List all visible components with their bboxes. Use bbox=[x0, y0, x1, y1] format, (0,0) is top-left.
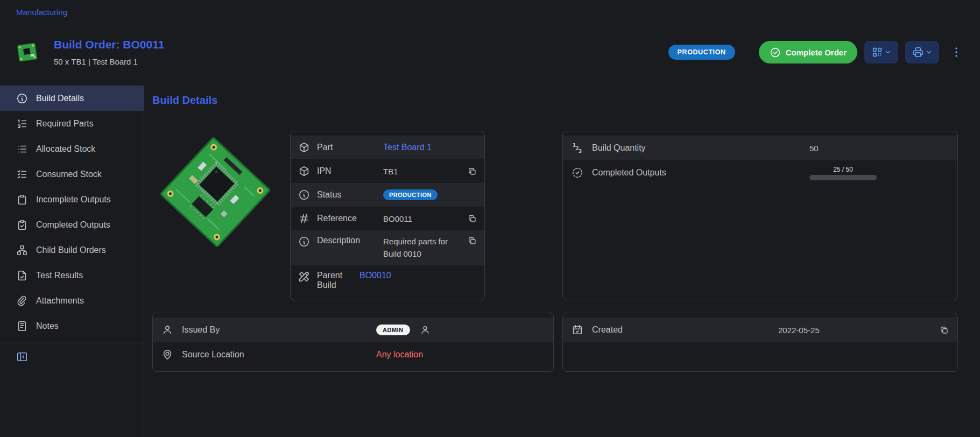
build-details-panel: Part Test Board 1 IPN bbox=[290, 131, 485, 300]
numbers-123-icon: 1 2 3 bbox=[572, 142, 583, 154]
page-subtitle: 50 x TB1 | Test Board 1 bbox=[54, 57, 164, 66]
sidebar-item-required-parts[interactable]: Required Parts bbox=[0, 111, 144, 136]
pcb-thumbnail-image bbox=[15, 40, 40, 65]
list-numbers-icon bbox=[16, 118, 28, 130]
page-section-heading: Build Details bbox=[152, 94, 958, 107]
dots-vertical-icon bbox=[950, 46, 963, 59]
sidebar-item-label: Notes bbox=[36, 321, 59, 331]
quantity-label: Completed Outputs bbox=[592, 168, 801, 178]
list-check-icon bbox=[16, 168, 28, 180]
breadcrumb-manufacturing-link[interactable]: Manufacturing bbox=[16, 8, 67, 17]
barcode-actions-button[interactable] bbox=[864, 41, 898, 64]
status-badge: PRODUCTION bbox=[383, 189, 438, 200]
complete-order-button[interactable]: Complete Order bbox=[759, 41, 857, 64]
copy-button[interactable] bbox=[467, 236, 477, 245]
pcb-image bbox=[152, 131, 279, 253]
user-icon bbox=[161, 324, 173, 336]
notes-icon bbox=[16, 320, 28, 332]
title-block: Build Order: BO0011 50 x TB1 | Test Boar… bbox=[54, 38, 164, 66]
sidebar-item-build-details[interactable]: Build Details bbox=[0, 86, 144, 111]
created-label: Created bbox=[592, 325, 770, 335]
sidebar-item-incomplete-outputs[interactable]: Incomplete Outputs bbox=[0, 187, 144, 212]
sidebar-item-label: Test Results bbox=[36, 271, 83, 280]
sidebar-item-completed-outputs[interactable]: Completed Outputs bbox=[0, 212, 144, 237]
sidebar-item-notes[interactable]: Notes bbox=[0, 313, 144, 339]
paperclip-icon bbox=[16, 295, 28, 307]
source-location-label: Source Location bbox=[182, 350, 368, 360]
info-circle-icon bbox=[298, 236, 310, 248]
detail-value: TB1 bbox=[383, 167, 398, 176]
quantity-label: Build Quantity bbox=[592, 143, 801, 153]
sidebar-collapse-button[interactable] bbox=[0, 343, 28, 363]
sidebar-item-allocated-stock[interactable]: Allocated Stock bbox=[0, 136, 144, 161]
detail-value: BO0011 bbox=[383, 214, 412, 223]
sidebar-item-label: Completed Outputs bbox=[36, 220, 110, 230]
breadcrumb: Manufacturing bbox=[0, 0, 980, 24]
issued-panel: Issued By ADMIN bbox=[152, 313, 554, 372]
sitemap-icon bbox=[16, 244, 28, 256]
detail-row-ipn: IPN TB1 bbox=[291, 159, 484, 183]
sidebar-item-test-results[interactable]: Test Results bbox=[0, 263, 144, 288]
qrcode-icon bbox=[871, 46, 883, 58]
sidebar-item-label: Child Build Orders bbox=[36, 245, 106, 255]
info-circle-icon bbox=[16, 93, 28, 104]
copy-icon bbox=[467, 214, 477, 223]
clipboard-icon bbox=[16, 194, 28, 206]
detail-label: Status bbox=[317, 190, 376, 200]
user-icon bbox=[420, 325, 431, 335]
heading-divider bbox=[152, 116, 958, 116]
map-pin-icon bbox=[161, 349, 173, 361]
issued-by-label: Issued By bbox=[182, 325, 368, 335]
complete-order-label: Complete Order bbox=[786, 48, 847, 57]
svg-text:3: 3 bbox=[579, 148, 582, 154]
sidebar-item-label: Build Details bbox=[36, 94, 84, 103]
quantity-row-completed-outputs: Completed Outputs 25 / 50 bbox=[563, 160, 957, 185]
sidebar-collapse-icon bbox=[16, 351, 28, 363]
tools-icon bbox=[298, 271, 310, 283]
detail-label: IPN bbox=[317, 166, 376, 176]
issued-by-badge: ADMIN bbox=[376, 325, 410, 335]
sidebar-item-child-build-orders[interactable]: Child Build Orders bbox=[0, 237, 144, 263]
copy-icon bbox=[467, 166, 477, 176]
detail-row-status: Status PRODUCTION bbox=[291, 183, 484, 207]
part-thumbnail[interactable] bbox=[15, 40, 40, 65]
status-badge: PRODUCTION bbox=[668, 45, 735, 60]
print-actions-button[interactable] bbox=[905, 41, 939, 64]
chevron-down-icon bbox=[884, 48, 892, 56]
detail-row-reference: Reference BO0011 bbox=[291, 207, 484, 230]
build-quantity-panel: 1 2 3 Build Quantity 50 bbox=[562, 131, 958, 300]
source-location-row: Source Location Any location bbox=[153, 342, 553, 367]
clipboard-check-icon bbox=[16, 219, 28, 231]
sidebar-item-label: Required Parts bbox=[36, 119, 94, 129]
sidebar-item-attachments[interactable]: Attachments bbox=[0, 288, 144, 313]
detail-label: Reference bbox=[317, 214, 376, 223]
copy-icon bbox=[939, 325, 949, 335]
box-icon bbox=[298, 165, 310, 177]
copy-button[interactable] bbox=[467, 214, 477, 223]
sidebar-item-label: Allocated Stock bbox=[36, 144, 95, 154]
progress-check-icon bbox=[572, 167, 583, 179]
chevron-down-icon bbox=[925, 48, 933, 56]
part-image[interactable] bbox=[152, 131, 279, 253]
created-value: 2022-05-25 bbox=[778, 326, 820, 335]
copy-button[interactable] bbox=[467, 166, 477, 176]
detail-label: Parent Build bbox=[317, 271, 352, 290]
part-link[interactable]: Test Board 1 bbox=[383, 143, 432, 152]
copy-button[interactable] bbox=[939, 325, 949, 335]
detail-label: Description bbox=[317, 236, 376, 245]
detail-value: Required parts for Build 0010 bbox=[383, 236, 463, 260]
more-actions-button[interactable] bbox=[948, 44, 965, 61]
file-check-icon bbox=[16, 270, 28, 281]
quantity-row-build-quantity: 1 2 3 Build Quantity 50 bbox=[563, 136, 957, 160]
detail-row-description: Description Required parts for Build 001… bbox=[291, 230, 484, 265]
progress-track bbox=[809, 175, 877, 180]
created-panel: Created 2022-05-25 bbox=[562, 313, 958, 372]
sidebar-item-label: Incomplete Outputs bbox=[36, 195, 111, 205]
detail-row-part: Part Test Board 1 bbox=[291, 136, 484, 159]
hash-icon bbox=[298, 213, 310, 224]
box-icon bbox=[298, 142, 310, 153]
parent-build-link[interactable]: BO0010 bbox=[359, 271, 391, 280]
sidebar: Build Details Required Parts bbox=[0, 80, 144, 437]
sidebar-item-consumed-stock[interactable]: Consumed Stock bbox=[0, 161, 144, 187]
main-content: Build Details bbox=[144, 80, 980, 437]
